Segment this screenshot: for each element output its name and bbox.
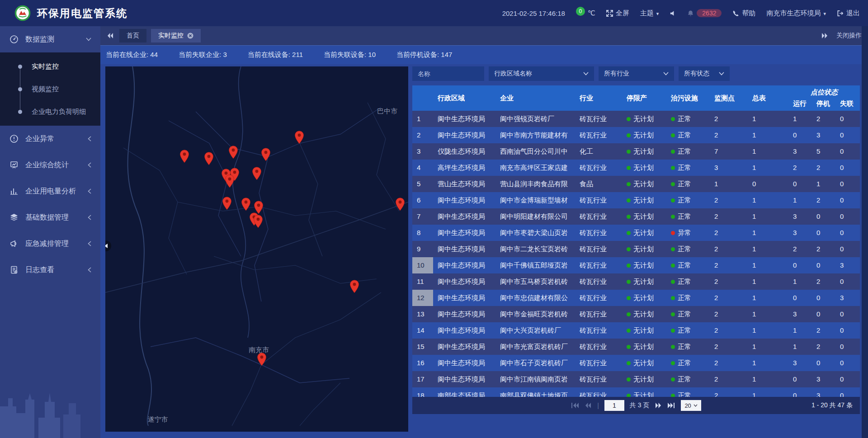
sidebar-item-label: 应急减排管理 xyxy=(25,239,69,249)
status-dot-icon xyxy=(627,280,631,284)
cell-lost: 0 xyxy=(835,273,860,290)
cell-company: 阆中市忠信建材有限公 xyxy=(495,290,575,306)
sound-button[interactable] xyxy=(670,10,676,17)
status-dot-icon xyxy=(671,166,675,170)
sidebar-subitem-实时监控[interactable]: 实时监控 xyxy=(0,55,100,78)
table-row[interactable]: 3仪陇生态环境局西南油气田分公司川中化工无计划正常71350 xyxy=(412,143,860,160)
table-row[interactable]: 17阆中生态环境局阆中市江南镇阆南页岩砖瓦行业无计划正常21030 xyxy=(412,371,860,387)
column-header-label: 总表 xyxy=(752,94,766,103)
table-row[interactable]: 15阆中生态环境局阆中市光富页岩机砖厂砖瓦行业无计划正常21120 xyxy=(412,339,860,355)
map-pin-icon[interactable] xyxy=(395,197,405,211)
cell-halt: 0 xyxy=(812,257,835,273)
page-size-select[interactable]: 20 xyxy=(681,400,701,411)
tab-close-icon[interactable] xyxy=(187,33,193,39)
map-pin-icon[interactable] xyxy=(222,197,232,210)
status-label: 无计划 xyxy=(633,278,654,286)
table-row[interactable]: 13阆中生态环境局阆中市金福旺页岩机砖砖瓦行业无计划正常21300 xyxy=(412,306,860,322)
exit-button[interactable]: 退出 xyxy=(837,9,860,18)
sidebar-item-2[interactable]: 企业异常 xyxy=(0,126,100,152)
sub-column-header: 运行 xyxy=(788,99,812,108)
sidebar-item-7[interactable]: 日志查看 xyxy=(0,257,100,283)
org-dropdown[interactable]: 南充市生态环境局 ▾ xyxy=(766,9,826,18)
cell-facility: 正常 xyxy=(666,160,710,176)
cell-meter: 1 xyxy=(748,322,788,339)
map-pin-icon[interactable] xyxy=(257,353,267,366)
table-row[interactable]: 8阆中生态环境局阆中市枣碧大梁山页岩砖瓦行业无计划异常21300 xyxy=(412,225,860,241)
table-row[interactable]: 18南部生态环境局南部县双佛镇土地垭页砖瓦行业无计划正常21030 xyxy=(412,387,860,397)
cell-industry: 砖瓦行业 xyxy=(575,290,622,306)
page-number-input[interactable] xyxy=(604,400,624,411)
table-row[interactable]: 2阆中生态环境局阆中市南方节能建材有砖瓦行业无计划正常21030 xyxy=(412,127,860,143)
layers-icon xyxy=(9,213,19,222)
sidebar-item-1[interactable]: 数据监测 xyxy=(0,26,100,52)
map-pin-icon[interactable] xyxy=(252,166,262,180)
map-pin-icon[interactable] xyxy=(225,174,235,188)
table-row[interactable]: 6阆中生态环境局阆中市金博瑞新型墙材砖瓦行业无计划正常21120 xyxy=(412,192,860,208)
tab-实时监控[interactable]: 实时监控 xyxy=(151,29,201,42)
column-header-1: 行政区域 xyxy=(433,85,495,111)
first-page-button[interactable] xyxy=(571,402,579,409)
cell-stop: 无计划 xyxy=(622,192,666,208)
sidebar-item-6[interactable]: 应急减排管理 xyxy=(0,231,100,257)
industry-select[interactable]: 所有行业 xyxy=(599,66,674,81)
cell-company: 西南油气田分公司川中 xyxy=(495,143,575,160)
table-row[interactable]: 1阆中生态环境局阆中强锐页岩砖厂砖瓦行业无计划正常21120 xyxy=(412,111,860,127)
tabs-scroll-left-button[interactable] xyxy=(107,33,114,39)
scrollbar[interactable] xyxy=(862,26,868,438)
table-row[interactable]: 11阆中生态环境局阆中市五马桥页岩机砖砖瓦行业无计划正常21120 xyxy=(412,273,860,290)
fullscreen-button[interactable]: 全屏 xyxy=(606,9,629,18)
status-select[interactable]: 所有状态 xyxy=(679,66,730,81)
theme-dropdown[interactable]: 主题 ▾ xyxy=(640,9,659,18)
cell-meter: 1 xyxy=(748,225,788,241)
status-dot-icon xyxy=(627,166,631,170)
map-pin-icon[interactable] xyxy=(253,215,263,228)
table-row[interactable]: 5营山生态环境局营山县润丰肉食品有限食品无计划正常10010 xyxy=(412,176,860,192)
table-row[interactable]: 14阆中生态环境局阆中大兴页岩机砖厂砖瓦行业无计划正常21120 xyxy=(412,322,860,339)
map-pin-icon[interactable] xyxy=(241,198,251,211)
status-dot-icon xyxy=(671,150,675,154)
cell-halt: 0 xyxy=(812,290,835,306)
cell-facility: 正常 xyxy=(666,111,710,127)
cell-stop: 无计划 xyxy=(622,273,666,290)
map-roads-decoration xyxy=(105,66,408,426)
sidebar-item-5[interactable]: 基础数据管理 xyxy=(0,204,100,231)
map-panel[interactable]: 巴中市南充市遂宁市 xyxy=(105,66,408,432)
notifications[interactable]: 2632 xyxy=(687,9,722,17)
cell-company: 阆中市二龙长宝页岩砖 xyxy=(495,241,575,257)
table-row[interactable]: 4高坪生态环境局南充市高坪区王家店建砖瓦行业无计划正常31220 xyxy=(412,160,860,176)
sidebar-subitem-label: 企业电力负荷明细 xyxy=(32,108,86,115)
map-pin-icon[interactable] xyxy=(294,131,304,144)
name-search-input[interactable] xyxy=(412,66,484,81)
tabs-scroll-right-button[interactable] xyxy=(821,33,828,39)
cell-stop: 无计划 xyxy=(622,387,666,397)
map-pin-icon[interactable] xyxy=(261,147,271,161)
sidebar-subitem-企业电力负荷明细[interactable]: 企业电力负荷明细 xyxy=(0,100,100,123)
cell-stop: 无计划 xyxy=(622,160,666,176)
map-pin-icon[interactable] xyxy=(179,149,189,163)
prev-page-button[interactable] xyxy=(585,402,592,409)
map-pin-icon[interactable] xyxy=(349,280,359,293)
cell-run: 3 xyxy=(788,208,812,225)
sidebar-item-3[interactable]: 企业综合统计 xyxy=(0,152,100,178)
table-row[interactable]: 7阆中生态环境局阆中明阳建材有限公司砖瓦行业无计划正常21300 xyxy=(412,208,860,225)
speaker-icon xyxy=(670,10,676,17)
status-label: 正常 xyxy=(678,359,691,367)
table-row[interactable]: 10阆中生态环境局阆中千佛镇五郎垭页岩砖瓦行业无计划正常21003 xyxy=(412,257,860,273)
map-pin-icon[interactable] xyxy=(228,146,238,159)
table-row[interactable]: 16阆中生态环境局阆中市石子页岩机砖厂砖瓦行业无计划正常21300 xyxy=(412,355,860,371)
cell-halt: 0 xyxy=(812,306,835,322)
tab-首页[interactable]: 首页 xyxy=(119,29,146,42)
last-page-icon xyxy=(667,402,675,409)
status-dot-icon xyxy=(627,150,631,154)
region-select[interactable]: 行政区域名称 xyxy=(489,66,594,81)
table-row[interactable]: 12阆中生态环境局阆中市忠信建材有限公砖瓦行业无计划正常21003 xyxy=(412,290,860,306)
stat-label: 当前失联设备 xyxy=(324,51,364,58)
table-row[interactable]: 9阆中生态环境局阆中市二龙长宝页岩砖砖瓦行业无计划正常21220 xyxy=(412,241,860,257)
map-pin-icon[interactable] xyxy=(204,152,214,165)
last-page-button[interactable] xyxy=(667,402,675,409)
next-page-button[interactable] xyxy=(655,402,662,409)
sidebar-item-4[interactable]: 企业用电量分析 xyxy=(0,178,100,204)
sidebar-subitem-视频监控[interactable]: 视频监控 xyxy=(0,78,100,100)
help-button[interactable]: 帮助 xyxy=(732,9,755,18)
close-operations-button[interactable]: 关闭操作 xyxy=(836,32,862,40)
